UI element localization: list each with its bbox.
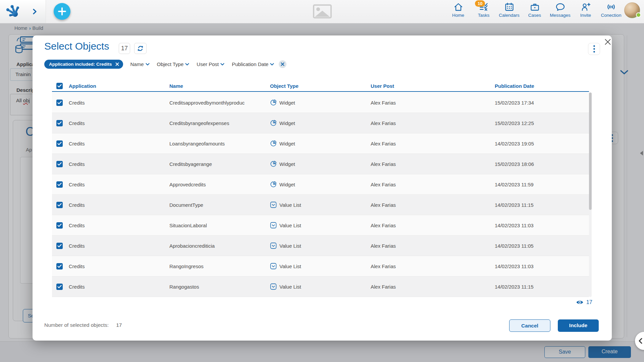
row-checkbox[interactable] xyxy=(56,140,63,147)
applied-filter-chip-label: Application included: Credits xyxy=(49,62,112,67)
remove-filter-icon[interactable] xyxy=(115,62,119,66)
table-row[interactable]: Credits Aprobacioncrediticia Value List … xyxy=(52,236,589,256)
nav-label: Home xyxy=(452,13,464,18)
filter-dropdown-label: Name xyxy=(130,61,144,67)
table-row[interactable]: Credits Loansbyrangeofamounts Widget Ale… xyxy=(52,133,589,154)
user-avatar[interactable] xyxy=(624,2,640,18)
nav-item-tasks[interactable]: 10 Tasks xyxy=(471,3,496,18)
eye-icon xyxy=(576,300,584,305)
modal-title: Select Objects xyxy=(44,40,109,53)
home-icon xyxy=(454,3,463,11)
row-type-label: Value List xyxy=(279,263,301,269)
row-application: Credits xyxy=(69,120,169,126)
table-row[interactable]: Credits Creditsapprovedbymonthlyproduc W… xyxy=(52,93,589,113)
column-header-name: Name xyxy=(169,83,270,89)
row-application: Credits xyxy=(69,141,169,146)
include-button[interactable]: Include xyxy=(558,319,599,332)
modal-kebab-menu-button[interactable] xyxy=(588,43,600,55)
row-name: Approvedcredits xyxy=(169,182,270,187)
column-header-object-type: Object Type xyxy=(270,83,371,89)
row-checkbox[interactable] xyxy=(56,202,63,208)
row-application: Credits xyxy=(69,284,169,290)
row-type-label: Value List xyxy=(279,284,301,290)
nav-item-home[interactable]: Home xyxy=(445,3,471,18)
row-name: Creditsapprovedbymonthlyproduc xyxy=(169,100,270,106)
nav-label: Invite xyxy=(580,13,591,18)
filter-dropdown-label: Object Type xyxy=(157,61,184,67)
row-checkbox[interactable] xyxy=(56,181,63,188)
row-type-label: Widget xyxy=(279,182,295,187)
table-row[interactable]: Credits Rangogastos Value List Alex Fari… xyxy=(52,277,589,297)
nav-label: Conection xyxy=(601,13,622,18)
row-type-label: Value List xyxy=(279,243,301,249)
row-name: Aprobacioncrediticia xyxy=(169,243,270,249)
row-checkbox[interactable] xyxy=(56,263,63,269)
row-user: Alex Farias xyxy=(371,161,495,167)
row-user: Alex Farias xyxy=(371,182,495,187)
edge-arrow-icon[interactable] xyxy=(640,151,643,156)
row-application: Credits xyxy=(69,161,169,167)
close-icon[interactable] xyxy=(603,37,613,47)
table-scrollbar-track xyxy=(589,93,592,297)
selected-objects-label: Number of selected objects:17 xyxy=(44,322,122,328)
row-checkbox[interactable] xyxy=(56,243,63,249)
table-row[interactable]: Credits RangoIngresos Value List Alex Fa… xyxy=(52,256,589,277)
row-user: Alex Farias xyxy=(371,141,495,146)
column-header-application: Application xyxy=(69,83,169,89)
table-row[interactable]: Credits SituacionLaboral Value List Alex… xyxy=(52,215,589,236)
chevron-left-icon xyxy=(638,338,642,344)
table-row[interactable]: Credits Creditsbyagerange Widget Alex Fa… xyxy=(52,154,589,174)
nav-item-messages[interactable]: Messages xyxy=(547,3,573,18)
table-scrollbar-thumb[interactable] xyxy=(589,93,592,210)
logo-image-placeholder-icon xyxy=(313,4,332,18)
expand-sidebar-chevron-icon[interactable] xyxy=(33,9,37,16)
object-table-rows: Credits Creditsapprovedbymonthlyproduc W… xyxy=(52,93,589,297)
refresh-button[interactable] xyxy=(134,43,147,54)
cancel-button[interactable]: Cancel xyxy=(509,319,550,332)
row-date: 15/02/2023 17:34 xyxy=(495,100,589,106)
applied-filter-chip[interactable]: Application included: Credits xyxy=(44,60,123,69)
row-checkbox[interactable] xyxy=(56,222,63,229)
row-name: Rangogastos xyxy=(169,284,270,290)
row-application: Credits xyxy=(69,202,169,208)
selected-objects-count: 17 xyxy=(116,322,122,328)
nav-item-conection[interactable]: Conection xyxy=(598,3,624,18)
filter-dropdown-name[interactable]: Name xyxy=(130,61,150,67)
selected-objects-text: Number of selected objects: xyxy=(44,322,109,328)
row-date: 15/02/2023 18:06 xyxy=(495,161,589,167)
column-header-user-post: User Post xyxy=(371,83,495,89)
row-checkbox[interactable] xyxy=(56,161,63,167)
briefcase-icon xyxy=(530,3,539,11)
logo-panel xyxy=(0,0,46,23)
row-user: Alex Farias xyxy=(371,284,495,290)
visible-count: 17 xyxy=(586,299,592,305)
row-checkbox[interactable] xyxy=(56,100,63,106)
nav-item-invite[interactable]: Invite xyxy=(573,3,598,18)
clear-filters-button[interactable] xyxy=(279,60,286,68)
clear-icon xyxy=(281,62,284,66)
filter-dropdown-publication-date[interactable]: Publication Date xyxy=(232,61,274,67)
nav-item-calendars[interactable]: Calendars xyxy=(496,3,522,18)
pie-chart-icon xyxy=(270,140,277,147)
nav-item-cases[interactable]: Cases xyxy=(522,3,547,18)
table-row[interactable]: Credits DocumentType Value List Alex Far… xyxy=(52,195,589,215)
table-row[interactable]: Credits Approvedcredits Widget Alex Fari… xyxy=(52,174,589,195)
row-checkbox[interactable] xyxy=(56,120,63,126)
refresh-icon xyxy=(137,45,144,52)
invite-user-icon xyxy=(581,3,590,11)
filter-dropdown-object-type[interactable]: Object Type xyxy=(157,61,190,67)
value-list-icon xyxy=(270,263,277,269)
screen: Home 10 Tasks xyxy=(0,0,644,362)
value-list-icon xyxy=(270,222,277,229)
row-checkbox[interactable] xyxy=(56,284,63,290)
select-all-checkbox[interactable] xyxy=(56,83,63,89)
row-date: 14/02/2023 11:59 xyxy=(495,182,589,187)
connection-signal-icon xyxy=(606,3,616,11)
filter-dropdown-user-post[interactable]: User Post xyxy=(197,61,224,67)
chevron-down-icon xyxy=(185,63,189,66)
value-list-icon xyxy=(270,283,277,290)
create-new-button[interactable] xyxy=(54,3,70,20)
table-row[interactable]: Credits Creditsbyrangeofexpenses Widget … xyxy=(52,113,589,133)
row-name: Creditsbyagerange xyxy=(169,161,270,167)
row-type-label: Value List xyxy=(279,223,301,228)
